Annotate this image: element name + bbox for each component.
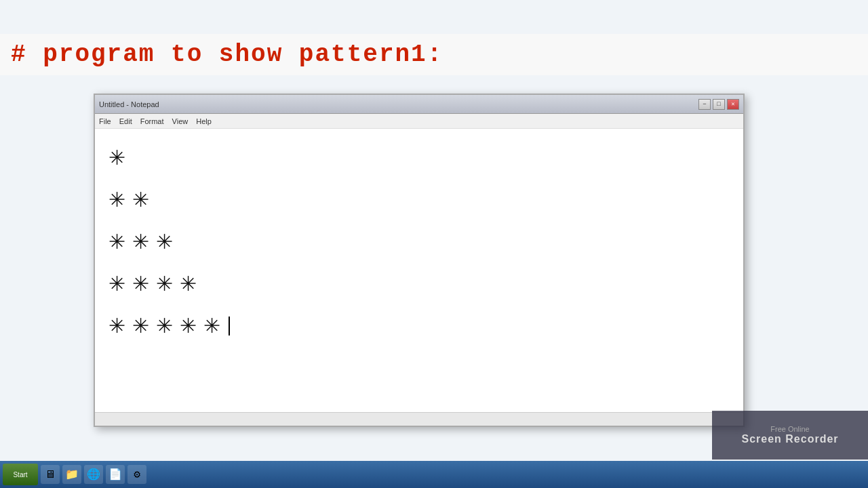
watermark-overlay: Free Online Screen Recorder (712, 411, 868, 460)
star: ✳ (156, 224, 173, 260)
pattern-row-5: ✳ ✳ ✳ ✳ ✳ (108, 308, 730, 344)
star: ✳ (108, 308, 125, 344)
taskbar-icon-folder[interactable]: 📁 (62, 465, 81, 484)
pattern-row-1: ✳ (108, 140, 730, 176)
pattern-row-4: ✳ ✳ ✳ ✳ (108, 266, 730, 302)
star: ✳ (108, 266, 125, 302)
menu-help[interactable]: Help (196, 117, 212, 125)
menu-edit[interactable]: Edit (119, 117, 132, 125)
notepad-menubar: File Edit Format View Help (95, 114, 743, 129)
watermark-line1: Free Online (770, 425, 809, 433)
star: ✳ (132, 266, 149, 302)
star: ✳ (132, 182, 149, 218)
pattern-row-3: ✳ ✳ ✳ (108, 224, 730, 260)
taskbar: Start 🖥 📁 🌐 📄 ⚙ (0, 461, 868, 488)
notepad-title: Untitled - Notepad (99, 100, 159, 108)
star: ✳ (180, 308, 197, 344)
notepad-window: Untitled - Notepad − □ ✕ File Edit Forma… (94, 94, 745, 427)
minimize-button[interactable]: − (698, 99, 711, 110)
star: ✳ (132, 308, 149, 344)
star: ✳ (108, 224, 125, 260)
pattern-row-2: ✳ ✳ (108, 182, 730, 218)
titlebar-buttons: − □ ✕ (698, 99, 739, 110)
star: ✳ (132, 224, 149, 260)
code-comment-line: # program to show pattern1: (0, 34, 868, 75)
taskbar-icon-app[interactable]: ⚙ (127, 465, 146, 484)
text-cursor (229, 317, 230, 336)
start-button[interactable]: Start (3, 464, 38, 485)
notepad-content: ✳ ✳ ✳ ✳ ✳ ✳ ✳ ✳ ✳ ✳ ✳ ✳ ✳ ✳ ✳ (95, 129, 743, 412)
menu-format[interactable]: Format (140, 117, 164, 125)
taskbar-icon-computer[interactable]: 🖥 (41, 465, 60, 484)
menu-file[interactable]: File (99, 117, 111, 125)
star: ✳ (156, 308, 173, 344)
star: ✳ (180, 266, 197, 302)
comment-text: # program to show pattern1: (11, 41, 443, 68)
notepad-statusbar (95, 412, 743, 426)
star: ✳ (203, 308, 220, 344)
taskbar-icon-browser[interactable]: 🌐 (84, 465, 103, 484)
star: ✳ (108, 182, 125, 218)
maximize-button[interactable]: □ (713, 99, 725, 110)
close-button[interactable]: ✕ (727, 99, 739, 110)
taskbar-icon-file[interactable]: 📄 (106, 465, 125, 484)
menu-view[interactable]: View (172, 117, 189, 125)
watermark-line2: Screen Recorder (741, 433, 838, 445)
star: ✳ (156, 266, 173, 302)
notepad-titlebar: Untitled - Notepad − □ ✕ (95, 95, 743, 114)
star: ✳ (108, 140, 125, 176)
